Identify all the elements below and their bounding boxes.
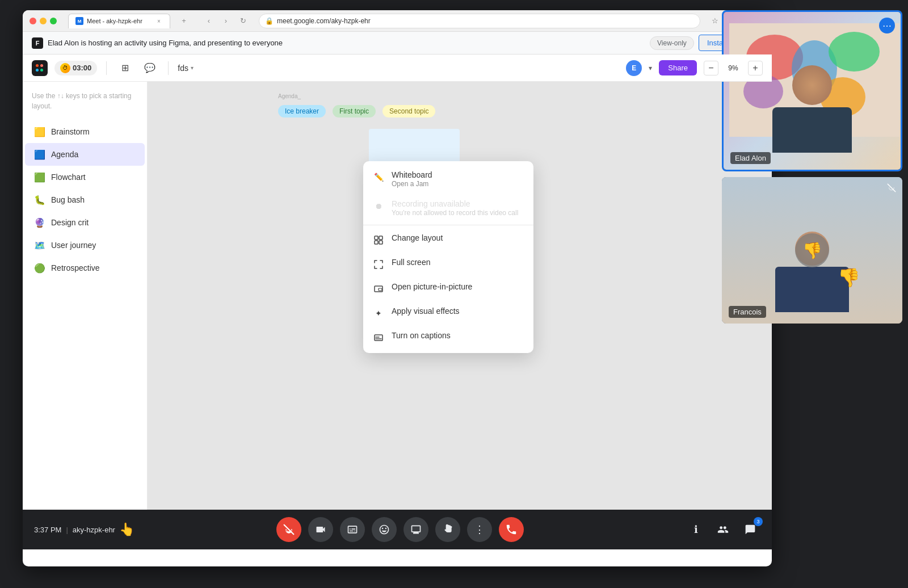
figma-toolbar: ⏱ 03:00 ⊞ 💬 fds ▾ E ▾ Share − 9% +	[23, 54, 772, 82]
meet-time-info: 3:37 PM | aky-hzpk-ehr	[34, 526, 115, 534]
template-retrospective[interactable]: 🟢 Retrospective	[25, 257, 145, 279]
file-name-button[interactable]: fds ▾	[178, 64, 194, 73]
francois-video-tile: 👎 👎 Francois	[722, 177, 902, 324]
forward-button[interactable]: ›	[219, 14, 233, 28]
zoom-controls: − 9% +	[704, 61, 763, 75]
change-layout-title: Change layout	[392, 233, 524, 242]
pip-content: Open picture-in-picture	[392, 282, 524, 291]
figma-icon: F	[32, 37, 43, 49]
browser-nav: ‹ › ↻	[202, 14, 250, 28]
change-layout-content: Change layout	[392, 233, 524, 242]
meet-time: 3:37 PM	[34, 526, 61, 534]
template-flowchart[interactable]: 🟩 Flowchart	[25, 166, 145, 188]
design-crit-label: Design crit	[51, 218, 89, 227]
captions-icon	[372, 331, 385, 344]
elad-video-feed	[724, 12, 901, 170]
share-button[interactable]: Share	[659, 60, 697, 75]
zoom-out-button[interactable]: −	[704, 61, 718, 75]
captions-title: Turn on captions	[392, 331, 524, 340]
thumbs-down-gesture: 👎	[838, 267, 860, 288]
back-button[interactable]: ‹	[202, 14, 216, 28]
fullscreen-icon	[372, 258, 385, 271]
first-topic-tag: First topic	[333, 105, 376, 117]
user-journey-label: User journey	[51, 241, 96, 250]
whiteboard-title: Whiteboard	[392, 170, 524, 179]
menu-effects[interactable]: ✦ Apply visual effects	[363, 301, 533, 325]
hand-cursor-icon: 👆	[119, 522, 134, 537]
main-content: ⏱ 03:00 ⊞ 💬 fds ▾ E ▾ Share − 9% +	[23, 54, 772, 549]
fullscreen-title: Full screen	[392, 258, 524, 267]
recording-icon: ⏺	[372, 200, 385, 212]
tab-close-button[interactable]: ×	[155, 17, 163, 25]
user-journey-icon: 🗺️	[34, 240, 45, 251]
figma-canvas[interactable]: Agenda_ Ice breaker First topic Second t…	[148, 82, 772, 549]
panel-hint: Use the ↑↓ keys to pick a starting layou…	[23, 91, 147, 120]
template-agenda[interactable]: 🟦 Agenda	[25, 143, 145, 166]
context-menu: ✏️ Whiteboard Open a Jam ⏺ Recording una…	[363, 161, 533, 353]
mute-button[interactable]	[276, 517, 301, 542]
figma-logo-button[interactable]	[32, 60, 48, 76]
view-only-button[interactable]: View-only	[650, 36, 694, 50]
svg-rect-2	[375, 241, 378, 244]
minimize-window-button[interactable]	[40, 18, 47, 24]
people-button[interactable]	[713, 519, 733, 540]
pages-button[interactable]: ⊞	[116, 59, 134, 77]
svg-rect-3	[379, 241, 382, 244]
menu-fullscreen[interactable]: Full screen	[363, 252, 533, 276]
menu-captions[interactable]: Turn on captions	[363, 325, 533, 350]
menu-recording: ⏺ Recording unavailable You're not allow…	[363, 194, 533, 222]
address-bar[interactable]: 🔒 meet.google.com/aky-hzpk-ehr	[259, 14, 700, 28]
refresh-button[interactable]: ↻	[236, 14, 250, 28]
menu-whiteboard[interactable]: ✏️ Whiteboard Open a Jam	[363, 165, 533, 194]
user-avatar[interactable]: E	[626, 60, 642, 76]
close-window-button[interactable]	[30, 18, 36, 24]
tab-title: Meet - aky-hzpk-ehr	[87, 18, 142, 24]
elad-head	[792, 65, 832, 105]
toolbar-separator-2	[168, 61, 169, 75]
notification-banner: F Elad Alon is hosting an activity using…	[23, 32, 772, 54]
template-bug-bash[interactable]: 🐛 Bug bash	[25, 188, 145, 211]
user-dropdown-arrow[interactable]: ▾	[649, 64, 652, 72]
maximize-window-button[interactable]	[50, 18, 57, 24]
captions-button[interactable]	[340, 517, 365, 542]
raise-hand-button[interactable]	[435, 517, 460, 542]
captions-content: Turn on captions	[392, 331, 524, 340]
toolbar-separator	[106, 61, 107, 75]
elad-body	[772, 107, 852, 153]
comments-button[interactable]: 💬	[141, 59, 159, 77]
bug-bash-label: Bug bash	[51, 195, 85, 204]
retro-label: Retrospective	[51, 263, 100, 272]
meet-meeting-id: aky-hzpk-ehr	[73, 526, 115, 534]
retro-icon: 🟢	[34, 262, 45, 274]
tag-row: Ice breaker First topic Second topic	[278, 105, 772, 117]
design-crit-icon: 🔮	[34, 217, 45, 228]
menu-change-layout[interactable]: Change layout	[363, 228, 533, 252]
zoom-in-button[interactable]: +	[748, 61, 763, 75]
effects-content: Apply visual effects	[392, 306, 524, 316]
svg-rect-0	[375, 236, 378, 240]
template-brainstorm[interactable]: 🟨 Brainstorm	[25, 120, 145, 143]
menu-pip[interactable]: Open picture-in-picture	[363, 276, 533, 301]
end-call-button[interactable]	[499, 517, 524, 542]
new-tab-button[interactable]: +	[177, 14, 191, 28]
present-button[interactable]	[403, 517, 428, 542]
camera-button[interactable]	[308, 517, 333, 542]
file-name-text: fds	[178, 64, 188, 73]
bookmark-icon[interactable]: ☆	[709, 15, 721, 27]
info-button[interactable]: ℹ	[686, 519, 706, 540]
browser-tab[interactable]: M Meet - aky-hzpk-ehr ×	[68, 14, 170, 28]
zoom-level-text: 9%	[722, 64, 745, 72]
tab-favicon: M	[75, 17, 83, 25]
url-text: meet.google.com/aky-hzpk-ehr	[277, 17, 694, 25]
more-options-button[interactable]: ⋮	[467, 517, 492, 542]
chat-button[interactable]: 3	[740, 519, 760, 540]
meet-right-controls: ℹ 3	[686, 519, 760, 540]
emoji-button[interactable]	[372, 517, 397, 542]
thumbs-down-overlay: 👎	[795, 233, 829, 267]
elad-name-badge: Elad Alon	[730, 152, 771, 164]
template-design-crit[interactable]: 🔮 Design crit	[25, 211, 145, 234]
agenda-icon: 🟦	[34, 149, 45, 160]
template-user-journey[interactable]: 🗺️ User journey	[25, 234, 145, 257]
pip-icon	[372, 283, 385, 295]
elad-more-button[interactable]: ⋯	[879, 18, 895, 33]
